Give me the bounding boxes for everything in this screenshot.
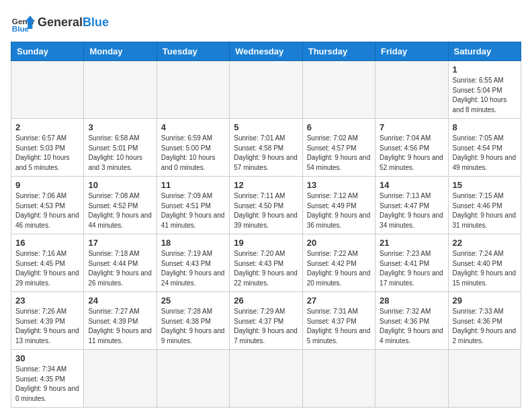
day-number: 20	[307, 238, 371, 248]
day-number: 12	[234, 180, 298, 190]
day-cell: 26Sunrise: 7:29 AM Sunset: 4:37 PM Dayli…	[230, 292, 302, 350]
day-cell: 23Sunrise: 7:26 AM Sunset: 4:39 PM Dayli…	[11, 292, 84, 350]
day-info: Sunrise: 7:12 AM Sunset: 4:49 PM Dayligh…	[307, 191, 371, 230]
day-cell	[230, 61, 302, 119]
day-cell	[375, 61, 448, 119]
day-number: 17	[88, 238, 152, 248]
calendar: SundayMondayTuesdayWednesdayThursdayFrid…	[11, 42, 521, 408]
day-number: 24	[88, 295, 152, 306]
day-cell: 25Sunrise: 7:28 AM Sunset: 4:38 PM Dayli…	[157, 292, 229, 350]
day-cell: 3Sunrise: 6:58 AM Sunset: 5:01 PM Daylig…	[84, 119, 157, 177]
day-info: Sunrise: 7:27 AM Sunset: 4:39 PM Dayligh…	[88, 307, 152, 346]
day-cell: 27Sunrise: 7:31 AM Sunset: 4:37 PM Dayli…	[302, 292, 375, 350]
day-info: Sunrise: 7:02 AM Sunset: 4:57 PM Dayligh…	[307, 134, 371, 173]
header-tuesday: Tuesday	[157, 42, 229, 61]
day-number: 11	[161, 180, 225, 190]
day-info: Sunrise: 7:01 AM Sunset: 4:58 PM Dayligh…	[234, 134, 298, 173]
day-number: 22	[453, 238, 517, 248]
day-cell	[302, 61, 375, 119]
day-number: 4	[161, 122, 225, 132]
day-cell: 6Sunrise: 7:02 AM Sunset: 4:57 PM Daylig…	[302, 119, 375, 177]
day-cell: 5Sunrise: 7:01 AM Sunset: 4:58 PM Daylig…	[230, 119, 302, 177]
day-cell: 8Sunrise: 7:05 AM Sunset: 4:54 PM Daylig…	[448, 119, 521, 177]
day-info: Sunrise: 7:06 AM Sunset: 4:53 PM Dayligh…	[15, 191, 79, 230]
day-info: Sunrise: 7:18 AM Sunset: 4:44 PM Dayligh…	[88, 249, 152, 288]
day-cell: 28Sunrise: 7:32 AM Sunset: 4:36 PM Dayli…	[375, 292, 448, 350]
logo-icon: General Blue	[11, 11, 35, 35]
day-cell: 19Sunrise: 7:20 AM Sunset: 4:43 PM Dayli…	[230, 234, 302, 292]
day-number: 26	[234, 295, 298, 306]
day-cell: 1Sunrise: 6:55 AM Sunset: 5:04 PM Daylig…	[448, 61, 521, 119]
day-number: 25	[161, 295, 225, 306]
day-cell: 29Sunrise: 7:33 AM Sunset: 4:36 PM Dayli…	[448, 292, 521, 350]
day-number: 6	[307, 122, 371, 132]
svg-text:Blue: Blue	[12, 24, 30, 33]
header-saturday: Saturday	[448, 42, 521, 61]
day-info: Sunrise: 7:08 AM Sunset: 4:52 PM Dayligh…	[88, 191, 152, 230]
day-cell	[230, 350, 302, 408]
day-cell: 17Sunrise: 7:18 AM Sunset: 4:44 PM Dayli…	[84, 234, 157, 292]
day-cell	[157, 61, 229, 119]
day-cell	[84, 61, 157, 119]
day-number: 2	[15, 122, 79, 132]
day-info: Sunrise: 7:28 AM Sunset: 4:38 PM Dayligh…	[161, 307, 225, 346]
day-info: Sunrise: 7:11 AM Sunset: 4:50 PM Dayligh…	[234, 191, 298, 230]
logo: General Blue GeneralBlue	[11, 11, 109, 35]
day-number: 28	[380, 295, 443, 306]
day-info: Sunrise: 7:05 AM Sunset: 4:54 PM Dayligh…	[453, 134, 517, 173]
day-cell: 2Sunrise: 6:57 AM Sunset: 5:03 PM Daylig…	[11, 119, 84, 177]
day-cell	[302, 350, 375, 408]
day-number: 27	[307, 295, 371, 306]
header-friday: Friday	[375, 42, 448, 61]
day-cell: 30Sunrise: 7:34 AM Sunset: 4:35 PM Dayli…	[11, 350, 84, 408]
day-cell	[11, 61, 84, 119]
day-info: Sunrise: 7:31 AM Sunset: 4:37 PM Dayligh…	[307, 307, 371, 346]
day-number: 23	[15, 295, 79, 306]
week-row-1: 2Sunrise: 6:57 AM Sunset: 5:03 PM Daylig…	[11, 119, 521, 177]
day-number: 15	[453, 180, 517, 190]
week-row-0: 1Sunrise: 6:55 AM Sunset: 5:04 PM Daylig…	[11, 61, 521, 119]
day-number: 19	[234, 238, 298, 248]
day-info: Sunrise: 6:58 AM Sunset: 5:01 PM Dayligh…	[88, 134, 152, 173]
day-number: 1	[453, 64, 517, 75]
day-info: Sunrise: 7:29 AM Sunset: 4:37 PM Dayligh…	[234, 307, 298, 346]
day-number: 3	[88, 122, 152, 132]
week-row-2: 9Sunrise: 7:06 AM Sunset: 4:53 PM Daylig…	[11, 177, 521, 234]
day-info: Sunrise: 7:16 AM Sunset: 4:45 PM Dayligh…	[15, 249, 79, 288]
day-cell: 16Sunrise: 7:16 AM Sunset: 4:45 PM Dayli…	[11, 234, 84, 292]
day-cell: 20Sunrise: 7:22 AM Sunset: 4:42 PM Dayli…	[302, 234, 375, 292]
day-info: Sunrise: 7:24 AM Sunset: 4:40 PM Dayligh…	[453, 249, 517, 288]
day-info: Sunrise: 7:19 AM Sunset: 4:43 PM Dayligh…	[161, 249, 225, 288]
day-cell	[84, 350, 157, 408]
day-cell: 24Sunrise: 7:27 AM Sunset: 4:39 PM Dayli…	[84, 292, 157, 350]
day-info: Sunrise: 7:20 AM Sunset: 4:43 PM Dayligh…	[234, 249, 298, 288]
day-info: Sunrise: 7:33 AM Sunset: 4:36 PM Dayligh…	[453, 307, 517, 346]
header-wednesday: Wednesday	[230, 42, 302, 61]
day-number: 8	[453, 122, 517, 132]
day-number: 30	[15, 353, 79, 363]
week-row-5: 30Sunrise: 7:34 AM Sunset: 4:35 PM Dayli…	[11, 350, 521, 408]
day-cell: 21Sunrise: 7:23 AM Sunset: 4:41 PM Dayli…	[375, 234, 448, 292]
day-cell: 22Sunrise: 7:24 AM Sunset: 4:40 PM Dayli…	[448, 234, 521, 292]
day-number: 21	[380, 238, 443, 248]
day-cell: 12Sunrise: 7:11 AM Sunset: 4:50 PM Dayli…	[230, 177, 302, 234]
day-number: 7	[380, 122, 443, 132]
day-number: 16	[15, 238, 79, 248]
day-info: Sunrise: 7:23 AM Sunset: 4:41 PM Dayligh…	[380, 249, 443, 288]
day-cell: 4Sunrise: 6:59 AM Sunset: 5:00 PM Daylig…	[157, 119, 229, 177]
day-info: Sunrise: 7:15 AM Sunset: 4:46 PM Dayligh…	[453, 191, 517, 230]
day-cell: 7Sunrise: 7:04 AM Sunset: 4:56 PM Daylig…	[375, 119, 448, 177]
day-info: Sunrise: 7:13 AM Sunset: 4:47 PM Dayligh…	[380, 191, 443, 230]
header: General Blue GeneralBlue	[11, 11, 521, 35]
day-info: Sunrise: 7:04 AM Sunset: 4:56 PM Dayligh…	[380, 134, 443, 173]
day-info: Sunrise: 7:34 AM Sunset: 4:35 PM Dayligh…	[15, 365, 79, 404]
day-info: Sunrise: 7:22 AM Sunset: 4:42 PM Dayligh…	[307, 249, 371, 288]
header-monday: Monday	[84, 42, 157, 61]
day-cell	[448, 350, 521, 408]
header-thursday: Thursday	[302, 42, 375, 61]
day-cell: 10Sunrise: 7:08 AM Sunset: 4:52 PM Dayli…	[84, 177, 157, 234]
day-info: Sunrise: 7:32 AM Sunset: 4:36 PM Dayligh…	[380, 307, 443, 346]
day-cell: 13Sunrise: 7:12 AM Sunset: 4:49 PM Dayli…	[302, 177, 375, 234]
day-cell: 14Sunrise: 7:13 AM Sunset: 4:47 PM Dayli…	[375, 177, 448, 234]
day-cell: 9Sunrise: 7:06 AM Sunset: 4:53 PM Daylig…	[11, 177, 84, 234]
